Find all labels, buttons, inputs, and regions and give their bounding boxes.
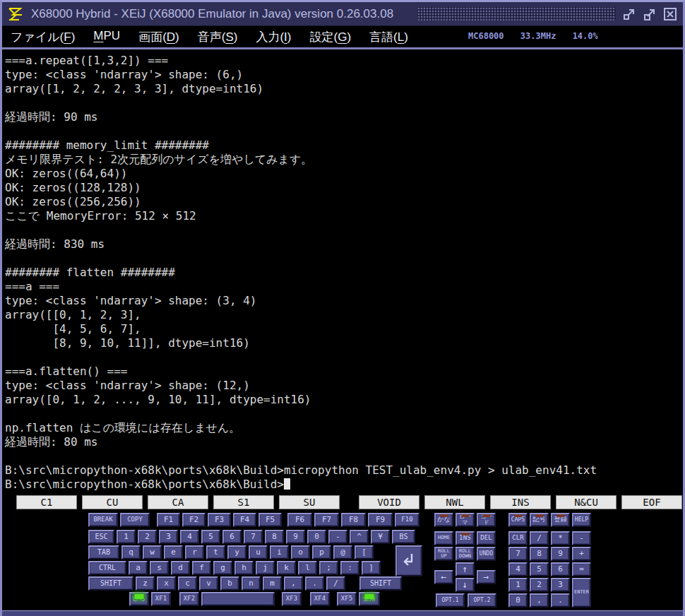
key-undo[interactable]: UNDO bbox=[477, 547, 496, 561]
key-home[interactable]: HOME bbox=[434, 531, 453, 545]
key-f1[interactable]: F1 bbox=[157, 513, 180, 527]
key-k[interactable]: k bbox=[277, 561, 296, 575]
key-semicolon[interactable]: ; bbox=[319, 561, 338, 575]
key-zenkaku[interactable]: 全角 bbox=[359, 592, 380, 606]
key-f10[interactable]: F10 bbox=[395, 513, 419, 527]
terminal-screen[interactable]: ===a.repeat([1,3,2]) ===type: <class 'nd… bbox=[2, 49, 683, 493]
key-kigou[interactable]: 記号 bbox=[530, 513, 549, 527]
key-f3[interactable]: F3 bbox=[208, 513, 231, 527]
key-yen[interactable]: ¥ bbox=[371, 530, 390, 544]
key-8[interactable]: 8 bbox=[265, 530, 284, 544]
key-break[interactable]: BREAK bbox=[88, 513, 118, 527]
iconify-icon[interactable] bbox=[622, 7, 636, 21]
key-caps[interactable]: CAPS bbox=[508, 513, 528, 527]
key-e[interactable]: e bbox=[164, 545, 183, 559]
key-1[interactable]: 1 bbox=[117, 530, 136, 544]
key-q[interactable]: q bbox=[121, 545, 141, 559]
key-j[interactable]: j bbox=[256, 561, 275, 575]
key-f2[interactable]: F2 bbox=[182, 513, 206, 527]
key-f5[interactable]: F5 bbox=[258, 513, 282, 527]
key-h[interactable]: h bbox=[234, 561, 254, 575]
key-3[interactable]: 3 bbox=[159, 530, 178, 544]
key-p[interactable]: p bbox=[312, 545, 331, 559]
key-f8[interactable]: F8 bbox=[341, 513, 366, 527]
key-np-2[interactable]: 2 bbox=[530, 578, 549, 592]
menu-file[interactable]: ファイル(F) bbox=[11, 29, 75, 45]
key-f9[interactable]: F9 bbox=[368, 513, 393, 527]
key-w[interactable]: w bbox=[143, 545, 162, 559]
key-np-comma[interactable]: , bbox=[530, 593, 549, 608]
key-ins[interactable]: INS bbox=[455, 531, 475, 545]
key-y[interactable]: y bbox=[227, 545, 246, 559]
key-xf4[interactable]: XF4 bbox=[310, 592, 330, 606]
key-help[interactable]: HELP bbox=[572, 513, 591, 527]
key-d[interactable]: d bbox=[171, 561, 190, 575]
key-np-enter[interactable]: ENTER bbox=[572, 578, 591, 608]
key-z[interactable]: z bbox=[136, 576, 155, 591]
key-f4[interactable]: F4 bbox=[233, 513, 256, 527]
menu-mpu[interactable]: MPU bbox=[93, 29, 120, 45]
key-m[interactable]: m bbox=[263, 576, 282, 591]
key-opt2[interactable]: OPT.2 bbox=[467, 593, 496, 608]
key-opt1[interactable]: OPT.1 bbox=[436, 593, 465, 608]
menu-config[interactable]: 設定(G) bbox=[310, 29, 352, 45]
key-np-1[interactable]: 1 bbox=[508, 578, 528, 592]
key-hyphen[interactable]: - bbox=[328, 530, 347, 544]
key-np-7[interactable]: 7 bbox=[508, 547, 528, 561]
key-at[interactable]: @ bbox=[333, 545, 352, 559]
key-np-slash[interactable]: / bbox=[530, 531, 549, 545]
title-bar[interactable]: X68000 Hybrid - XEiJ (X68000 Emulator in… bbox=[2, 2, 683, 26]
key-xf3[interactable]: XF3 bbox=[282, 592, 302, 606]
close-icon[interactable] bbox=[663, 7, 677, 21]
key-arrow-up[interactable]: ↑ bbox=[455, 562, 475, 576]
key-np-asterisk[interactable]: * bbox=[551, 531, 570, 545]
key-np-8[interactable]: 8 bbox=[530, 547, 549, 561]
key-bracket-close[interactable]: ] bbox=[362, 561, 381, 575]
key-9[interactable]: 9 bbox=[286, 530, 305, 544]
key-del[interactable]: DEL bbox=[477, 531, 496, 545]
key-xf2[interactable]: XF2 bbox=[179, 592, 199, 606]
key-f6[interactable]: F6 bbox=[287, 513, 312, 527]
key-np-5[interactable]: 5 bbox=[530, 562, 549, 576]
key-n[interactable]: n bbox=[242, 576, 261, 591]
key-np-equals[interactable]: = bbox=[572, 562, 591, 576]
key-s[interactable]: s bbox=[150, 561, 169, 575]
key-4[interactable]: 4 bbox=[180, 530, 199, 544]
key-c[interactable]: c bbox=[178, 576, 197, 591]
key-copy[interactable]: COPY bbox=[120, 513, 150, 527]
key-np-6[interactable]: 6 bbox=[551, 562, 570, 576]
key-backspace[interactable]: BS bbox=[392, 530, 415, 544]
key-caret[interactable]: ^ bbox=[350, 530, 369, 544]
key-np-4[interactable]: 4 bbox=[508, 562, 528, 576]
key-a[interactable]: a bbox=[129, 561, 148, 575]
key-ctrl[interactable]: CTRL bbox=[88, 561, 126, 575]
key-i[interactable]: i bbox=[270, 545, 289, 559]
key-u[interactable]: u bbox=[249, 545, 268, 559]
key-r[interactable]: r bbox=[185, 545, 204, 559]
key-comma[interactable]: , bbox=[284, 576, 303, 591]
key-period[interactable]: . bbox=[305, 576, 324, 591]
key-kana[interactable]: かな bbox=[434, 513, 453, 527]
menu-language[interactable]: 言語(L) bbox=[369, 29, 408, 45]
key-np-0[interactable]: 0 bbox=[508, 593, 528, 608]
key-space[interactable] bbox=[201, 592, 275, 606]
key-f7[interactable]: F7 bbox=[314, 513, 339, 527]
menu-input[interactable]: 入力(I) bbox=[256, 29, 291, 45]
key-return[interactable] bbox=[395, 545, 422, 576]
key-tab[interactable]: TAB bbox=[88, 545, 119, 559]
key-np-plus[interactable]: + bbox=[572, 547, 591, 561]
maximize-icon[interactable] bbox=[643, 7, 657, 21]
key-v[interactable]: v bbox=[199, 576, 218, 591]
key-np-period[interactable]: . bbox=[551, 593, 570, 608]
key-t[interactable]: t bbox=[206, 545, 225, 559]
key-code[interactable]: コード bbox=[477, 513, 496, 527]
key-roll-up[interactable]: ROLL UP bbox=[434, 547, 453, 561]
key-colon[interactable]: : bbox=[340, 561, 359, 575]
key-7[interactable]: 7 bbox=[244, 530, 263, 544]
menu-sound[interactable]: 音声(S) bbox=[198, 29, 238, 45]
key-xf1[interactable]: XF1 bbox=[151, 592, 171, 606]
key-6[interactable]: 6 bbox=[222, 530, 242, 544]
key-arrow-down[interactable]: ↓ bbox=[455, 578, 475, 592]
key-bracket-open[interactable]: [ bbox=[355, 545, 374, 559]
key-touroku[interactable]: 登録 bbox=[551, 513, 570, 527]
